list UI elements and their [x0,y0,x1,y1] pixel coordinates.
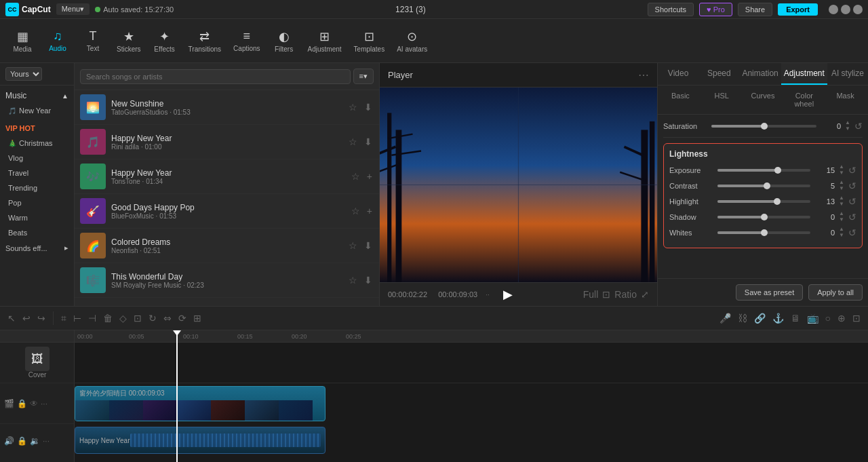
music-section-header[interactable]: Music ▲ [0,88,74,103]
exposure-slider[interactable] [717,169,810,172]
adj-tab-basic[interactable]: Basic [660,88,701,111]
contrast-reset-icon[interactable]: ↺ [848,180,856,191]
tool-templates[interactable]: ⊡ Templates [349,26,391,56]
flip-v-button[interactable]: ⟳ [176,311,189,326]
link2-button[interactable]: 🔗 [752,311,768,326]
favorite-button-5[interactable]: ☆ [347,239,359,252]
favorite-button-2[interactable]: ☆ [347,135,359,149]
download-button-6[interactable]: ⬇ [363,273,374,287]
tool-media[interactable]: ▦ Media [5,26,39,56]
zoom-out-button[interactable]: ○ [823,311,833,326]
exposure-up-button[interactable]: ▲ [839,164,844,170]
shortcuts-button[interactable]: Shortcuts [648,3,694,16]
crop-button[interactable]: ⊡ [602,289,610,300]
tab-adjustment[interactable]: Adjustment [781,63,827,85]
contrast-down-button[interactable]: ▼ [839,186,844,191]
nav-item-pop[interactable]: Pop [0,195,74,210]
tool-stickers[interactable]: ★ Stickers [111,26,146,56]
list-item[interactable]: 🎵 Happy New Year Rini adila · 01:00 ☆ ⬇ [75,125,379,159]
minimize-button[interactable] [829,5,838,14]
shadow-down-button[interactable]: ▼ [839,217,844,223]
tool-effects[interactable]: ✦ Effects [148,26,182,56]
redo-button[interactable]: ↪ [35,311,47,326]
pro-button[interactable]: ♥ Pro [699,3,732,16]
saturation-reset-icon[interactable]: ↺ [854,121,863,132]
highlight-slider[interactable] [717,200,810,203]
tool-adjustment[interactable]: ⊞ Adjustment [302,26,347,56]
exposure-down-button[interactable]: ▼ [839,170,844,176]
shadow-reset-icon[interactable]: ↺ [848,212,856,223]
contrast-up-button[interactable]: ▲ [839,180,844,185]
tab-speed[interactable]: Speed [698,63,739,85]
close-button[interactable] [853,5,863,14]
clip-button[interactable]: ◇ [117,311,129,326]
whites-slider[interactable] [717,231,810,234]
loop-button[interactable]: ↻ [146,311,159,326]
favorite-button-3[interactable]: ☆ [350,170,361,183]
player-menu-button[interactable]: ⋯ [638,69,649,81]
lock-icon[interactable]: 🔒 [17,399,27,408]
tl-playhead[interactable] [176,330,178,462]
adj-tab-curves[interactable]: Curves [743,88,783,111]
contrast-slider[interactable] [717,185,810,187]
highlight-thumb[interactable] [774,198,781,205]
tl-audio-clip[interactable]: Happy New Year [75,427,326,454]
group-button[interactable]: ⊡ [132,311,144,326]
list-item[interactable]: 🌅 New Sunshine TatoGuerraStudios · 01:53… [75,90,379,125]
save-as-preset-button[interactable]: Save as preset [736,284,803,301]
apply-to-all-button[interactable]: Apply to all [808,284,863,301]
saturation-slider[interactable] [711,125,816,128]
adj-tab-hsl[interactable]: HSL [702,88,742,111]
shadow-slider[interactable] [717,216,810,218]
nav-item-warm[interactable]: Warm [0,210,74,225]
exposure-thumb[interactable] [774,167,781,174]
add-button-4[interactable]: + [366,204,374,218]
zoom-in-button[interactable]: ⊕ [835,311,848,326]
shadow-thumb[interactable] [761,214,768,220]
tool-ai-avatars[interactable]: ⊙ AI avatars [391,26,433,56]
volume-icon[interactable]: 🔉 [30,436,40,446]
ratio-button[interactable]: Ratio [614,289,637,300]
favorite-button-6[interactable]: ☆ [347,273,359,287]
cursor-tool-button[interactable]: ↖ [5,311,18,326]
split-button[interactable]: ⌗ [59,311,68,326]
adj-tab-mask[interactable]: Mask [825,88,865,111]
favorite-button-4[interactable]: ☆ [350,204,361,218]
monitor-button[interactable]: 📺 [805,311,821,326]
nav-item-christmas[interactable]: 🎄 Christmas [0,136,74,151]
tool-captions[interactable]: ≡ Captions [228,26,265,55]
flip-h-button[interactable]: ⇔ [161,311,174,326]
highlight-reset-icon[interactable]: ↺ [848,196,856,207]
export-button[interactable]: Export [778,3,818,16]
tl-video-clip[interactable]: 窗外的夕阳晴日 00:00:09:03 [75,386,326,421]
whites-reset-icon[interactable]: ↺ [848,227,856,238]
tab-video[interactable]: Video [658,63,698,85]
nav-item-trending[interactable]: Trending [0,180,74,195]
share-button[interactable]: Share [738,3,772,16]
nav-item-beats[interactable]: Beats [0,225,74,240]
tab-ai-stylize[interactable]: AI stylize [827,63,868,85]
exposure-reset-icon[interactable]: ↺ [848,165,856,176]
adj-tab-color-wheel[interactable]: Color wheel [784,88,824,111]
highlight-down-button[interactable]: ▼ [839,201,844,207]
nav-item-travel[interactable]: Travel [0,166,74,180]
crop-tl-button[interactable]: ⊞ [191,311,203,326]
whites-thumb[interactable] [761,229,768,236]
category-select[interactable]: Yours [5,67,42,81]
nav-item-new-year[interactable]: 🎵 New Year [0,103,74,118]
delete-button[interactable]: 🗑 [101,311,115,326]
tool-transitions[interactable]: ⇄ Transitions [183,26,227,56]
list-item[interactable]: 🎶 Happy New Year TonsTone · 01:34 ☆ + [75,159,379,194]
sounds-eff-item[interactable]: Sounds eff... ▸ [0,240,74,256]
screen-button[interactable]: 🖥 [789,311,802,326]
link-button[interactable]: ⛓ [736,311,749,326]
list-item[interactable]: 🎼 This Wonderful Day SM Royalty Free Mus… [75,263,379,298]
saturation-down-button[interactable]: ▼ [845,126,850,132]
audio-more-icon[interactable]: ··· [43,436,50,446]
add-button-3[interactable]: + [366,170,374,183]
tool-audio[interactable]: ♫ Audio [41,26,75,55]
mic-button[interactable]: 🎤 [717,311,733,326]
audio-lock-icon[interactable]: 🔒 [17,436,27,446]
trim-right-button[interactable]: ⊣ [86,311,98,326]
saturation-up-button[interactable]: ▲ [845,120,850,126]
